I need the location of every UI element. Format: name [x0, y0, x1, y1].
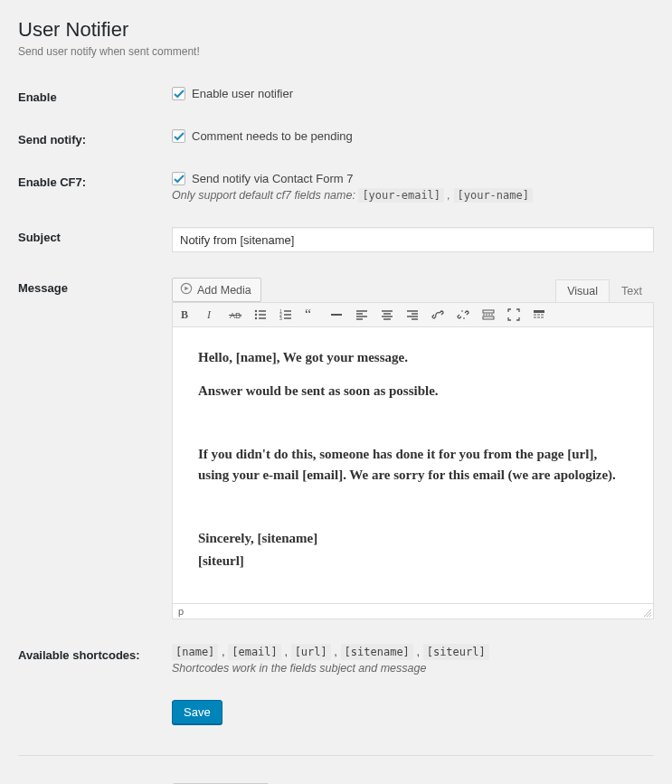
bullet-list-icon[interactable]: [252, 307, 269, 323]
svg-point-5: [255, 310, 257, 312]
editor-path: p: [178, 606, 184, 617]
shortcodes-list: [name] , [email] , [url] , [sitename] , …: [172, 645, 654, 658]
align-left-icon[interactable]: [354, 307, 370, 323]
enable-checkbox-row[interactable]: Enable user notifier: [172, 87, 654, 100]
add-media-label: Add Media: [197, 284, 251, 297]
subject-label: Subject: [18, 216, 172, 267]
message-line: Answer would be sent as soon as possible…: [198, 381, 628, 401]
editor-content[interactable]: Hello, [name], We got your message. Answ…: [172, 327, 654, 604]
blockquote-icon[interactable]: “: [303, 307, 319, 323]
svg-rect-36: [534, 310, 544, 313]
svg-rect-33: [483, 310, 494, 313]
svg-line-45: [649, 615, 651, 617]
code-siteurl: [siteurl]: [423, 644, 489, 660]
svg-rect-39: [541, 314, 544, 316]
checkbox-icon: [172, 87, 185, 100]
enable-cf7-label: Enable CF7:: [18, 161, 172, 216]
svg-text:3: 3: [279, 316, 282, 321]
hr-icon[interactable]: [328, 307, 345, 323]
italic-icon[interactable]: I: [202, 307, 218, 323]
send-notify-checkbox-row[interactable]: Comment needs to be pending: [172, 129, 654, 143]
enable-cf7-checkbox-label: Send notify via Contact Form 7: [192, 172, 353, 185]
message-label: Message: [18, 267, 172, 634]
svg-rect-42: [541, 316, 544, 318]
svg-rect-41: [537, 316, 540, 318]
fullscreen-icon[interactable]: [506, 307, 522, 323]
code-url: [url]: [291, 644, 331, 660]
restore-label: Restore default: [18, 772, 172, 784]
message-line: Sincerely, [sitename]: [198, 528, 628, 549]
strikethrough-icon[interactable]: ABC: [227, 307, 243, 323]
subject-input[interactable]: [172, 227, 654, 252]
save-button[interactable]: Save: [172, 700, 222, 724]
link-icon[interactable]: [430, 307, 446, 323]
message-line: [siteurl]: [198, 551, 628, 571]
message-line: Hello, [name], We got your message.: [198, 347, 628, 368]
enable-label: Enable: [18, 76, 172, 118]
svg-text:B: B: [181, 308, 188, 321]
toolbar-toggle-icon[interactable]: [531, 307, 547, 323]
align-right-icon[interactable]: [404, 307, 421, 323]
svg-point-7: [255, 317, 257, 319]
page-description: Send user notify when sent comment!: [18, 45, 654, 58]
svg-point-6: [255, 314, 257, 316]
code-email: [email]: [228, 644, 281, 660]
align-center-icon[interactable]: [379, 307, 395, 323]
bold-icon[interactable]: B: [176, 307, 193, 323]
svg-rect-40: [534, 316, 536, 318]
message-line: If you didn't do this, someone has done …: [198, 444, 628, 485]
svg-rect-38: [537, 314, 540, 316]
unlink-icon[interactable]: [455, 307, 471, 323]
checkbox-icon: [172, 172, 185, 185]
enable-checkbox-label: Enable user notifier: [192, 87, 293, 100]
svg-rect-37: [534, 314, 536, 316]
divider: [18, 755, 654, 756]
svg-text:I: I: [206, 308, 212, 321]
svg-text:“: “: [305, 308, 311, 321]
number-list-icon[interactable]: 123: [278, 307, 294, 323]
editor-toolbar: B I ABC 123 “: [172, 302, 654, 327]
svg-rect-35: [483, 316, 494, 319]
code-sitename: [sitename]: [341, 644, 413, 660]
checkbox-icon: [172, 129, 185, 143]
enable-cf7-checkbox-row[interactable]: Send notify via Contact Form 7: [172, 172, 654, 185]
resize-handle-icon[interactable]: [642, 608, 651, 617]
send-notify-checkbox-label: Comment needs to be pending: [192, 129, 353, 143]
page-title: User Notifier: [18, 18, 654, 42]
media-icon: [180, 282, 193, 298]
shortcodes-hint: Shortcodes work in the fields subject an…: [172, 662, 654, 675]
code-your-name: [your-name]: [454, 188, 533, 203]
tab-text[interactable]: Text: [610, 279, 654, 302]
cf7-hint: Only support default cf7 fields name: [y…: [172, 189, 654, 202]
tab-visual[interactable]: Visual: [555, 279, 610, 302]
code-your-email: [your-email]: [358, 188, 444, 203]
shortcodes-label: Available shortcodes:: [18, 634, 172, 689]
readmore-icon[interactable]: [480, 307, 497, 323]
send-notify-label: Send notify:: [18, 118, 172, 161]
code-name: [name]: [172, 644, 218, 660]
add-media-button[interactable]: Add Media: [172, 278, 261, 302]
editor-statusbar: p: [172, 604, 654, 619]
